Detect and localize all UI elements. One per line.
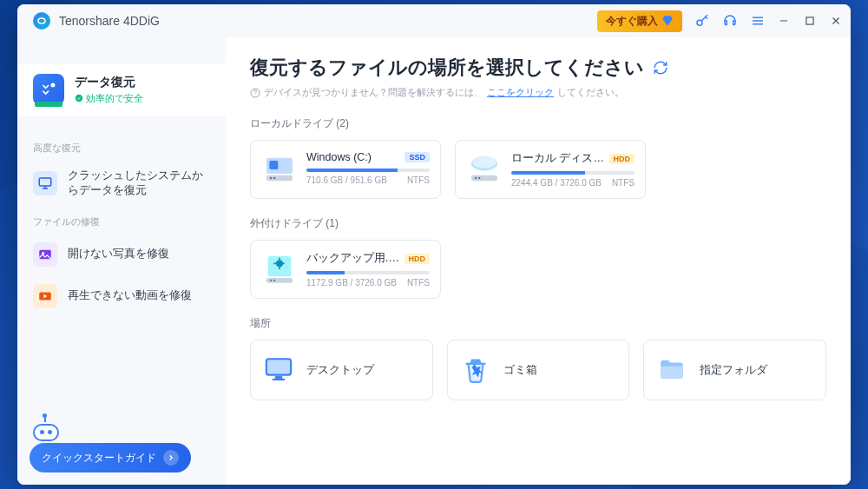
locations-grid: デスクトップ ゴミ箱 指定フォルダ bbox=[250, 340, 826, 400]
sidebar-primary-title: データ復元 bbox=[75, 75, 143, 90]
chevron-right-icon bbox=[163, 450, 179, 466]
app-logo-icon bbox=[33, 12, 50, 30]
buy-now-label: 今すぐ購入 bbox=[606, 14, 658, 29]
svg-point-22 bbox=[270, 280, 272, 281]
svg-rect-10 bbox=[269, 161, 278, 169]
drive-card[interactable]: ローカル ディス... (D:)HDD2244.4 GB / 3726.0 GB… bbox=[455, 140, 646, 199]
svg-rect-24 bbox=[266, 359, 291, 374]
drive-icon bbox=[261, 151, 298, 188]
sidebar-item-label: クラッシュしたシステムからデータを復元 bbox=[68, 169, 210, 198]
drive-type-tag: HDD bbox=[609, 154, 635, 164]
buy-now-button[interactable]: 今すぐ購入 bbox=[597, 10, 682, 32]
drive-usage-bar bbox=[306, 169, 430, 172]
svg-point-2 bbox=[51, 83, 54, 86]
app-title: Tenorshare 4DDiG bbox=[59, 14, 597, 28]
sidebar-item-label: 開けない写真を修復 bbox=[68, 247, 169, 261]
svg-point-12 bbox=[270, 177, 273, 180]
sidebar-primary-status: 効率的で安全 bbox=[75, 92, 143, 105]
sidebar-item-label: 再生できない動画を修復 bbox=[68, 288, 192, 303]
svg-point-23 bbox=[273, 280, 275, 281]
refresh-icon[interactable] bbox=[653, 60, 668, 76]
location-label: ゴミ箱 bbox=[503, 362, 537, 378]
location-desktop[interactable]: デスクトップ bbox=[250, 340, 433, 400]
data-recovery-icon bbox=[33, 74, 64, 105]
quickstart-label: クイックスタートガイド bbox=[42, 451, 156, 466]
maximize-button[interactable] bbox=[804, 15, 816, 27]
drive-card[interactable]: Windows (C:)SSD710.6 GB / 951.6 GBNTFS bbox=[250, 140, 441, 199]
titlebar: Tenorshare 4DDiG 今すぐ購入 bbox=[17, 4, 851, 37]
app-window: Tenorshare 4DDiG 今すぐ購入 データ復元 bbox=[17, 4, 851, 485]
photo-icon bbox=[33, 242, 57, 267]
page-title-row: 復元するファイルの場所を選択してください bbox=[250, 55, 826, 81]
menu-icon[interactable] bbox=[750, 13, 766, 29]
drive-meta: 2244.4 GB / 3726.0 GBNTFS bbox=[511, 178, 635, 188]
drive-usage-bar bbox=[511, 171, 635, 175]
drive-usage-bar bbox=[306, 271, 430, 274]
drive-card[interactable]: バックアップ用... (F:)HDD1172.9 GB / 3726.0 GBN… bbox=[250, 240, 441, 299]
svg-point-18 bbox=[478, 177, 481, 180]
drive-name: ローカル ディス... (D:) bbox=[511, 151, 606, 166]
section-local-drives: ローカルドライブ (2) bbox=[250, 116, 826, 131]
drive-type-tag: HDD bbox=[404, 254, 431, 264]
sidebar: データ復元 効率的で安全 高度な復元 クラッシュしたシステムからデータを復元 フ… bbox=[17, 37, 226, 485]
page-subtitle: デバイスが見つかりません？問題を解決するには、 ここをクリック してください。 bbox=[250, 86, 826, 99]
section-locations: 場所 bbox=[250, 316, 826, 331]
monitor-icon bbox=[33, 171, 57, 195]
svg-point-20 bbox=[276, 260, 283, 267]
section-external-drives: 外付けドライブ (1) bbox=[250, 216, 826, 231]
check-circle-icon bbox=[75, 94, 83, 102]
location-label: デスクトップ bbox=[306, 362, 374, 378]
drive-name: Windows (C:) bbox=[306, 151, 372, 163]
desktop-icon bbox=[263, 354, 294, 386]
trash-icon bbox=[460, 354, 491, 386]
svg-point-15 bbox=[473, 156, 496, 168]
svg-rect-26 bbox=[273, 379, 285, 380]
help-circle-icon bbox=[250, 88, 260, 98]
drive-type-tag: SSD bbox=[404, 152, 430, 162]
drive-icon bbox=[466, 151, 503, 188]
svg-point-0 bbox=[697, 20, 702, 25]
page-title: 復元するファイルの場所を選択してください bbox=[250, 55, 644, 81]
diamond-icon bbox=[661, 15, 674, 27]
svg-rect-1 bbox=[806, 17, 813, 24]
sidebar-item-photo-repair[interactable]: 開けない写真を修復 bbox=[17, 234, 226, 275]
sidebar-item-crashed-system[interactable]: クラッシュしたシステムからデータを復元 bbox=[17, 160, 226, 207]
sidebar-item-data-recovery[interactable]: データ復元 効率的で安全 bbox=[17, 63, 226, 116]
support-icon[interactable] bbox=[722, 13, 738, 29]
location-label: 指定フォルダ bbox=[700, 362, 767, 378]
location-select-folder[interactable]: 指定フォルダ bbox=[643, 340, 826, 400]
minimize-button[interactable] bbox=[778, 15, 790, 27]
key-icon[interactable] bbox=[694, 13, 710, 29]
svg-rect-4 bbox=[39, 178, 51, 186]
location-recycle-bin[interactable]: ゴミ箱 bbox=[447, 340, 630, 400]
svg-point-13 bbox=[273, 177, 276, 180]
video-icon bbox=[33, 284, 57, 308]
folder-icon bbox=[656, 354, 687, 386]
main-content: 復元するファイルの場所を選択してください デバイスが見つかりません？問題を解決す… bbox=[226, 37, 851, 485]
sidebar-item-video-repair[interactable]: 再生できない動画を修復 bbox=[17, 275, 226, 317]
quickstart-guide-button[interactable]: クイックスタートガイド bbox=[30, 443, 191, 472]
drive-meta: 710.6 GB / 951.6 GBNTFS bbox=[306, 175, 430, 185]
svg-point-3 bbox=[76, 95, 82, 102]
external-drives-grid: バックアップ用... (F:)HDD1172.9 GB / 3726.0 GBN… bbox=[250, 240, 826, 299]
drive-meta: 1172.9 GB / 3726.0 GBNTFS bbox=[306, 278, 430, 287]
help-link[interactable]: ここをクリック bbox=[487, 86, 554, 99]
titlebar-tools bbox=[694, 13, 766, 29]
sidebar-section-advanced: 高度な復元 bbox=[17, 133, 226, 160]
drive-name: バックアップ用... (F:) bbox=[306, 251, 401, 266]
drive-icon bbox=[261, 251, 298, 287]
sidebar-section-repair: ファイルの修復 bbox=[17, 207, 226, 234]
svg-point-17 bbox=[475, 177, 477, 180]
window-controls bbox=[778, 15, 842, 27]
close-button[interactable] bbox=[830, 15, 842, 27]
local-drives-grid: Windows (C:)SSD710.6 GB / 951.6 GBNTFSロー… bbox=[250, 140, 826, 199]
svg-rect-25 bbox=[275, 376, 283, 379]
